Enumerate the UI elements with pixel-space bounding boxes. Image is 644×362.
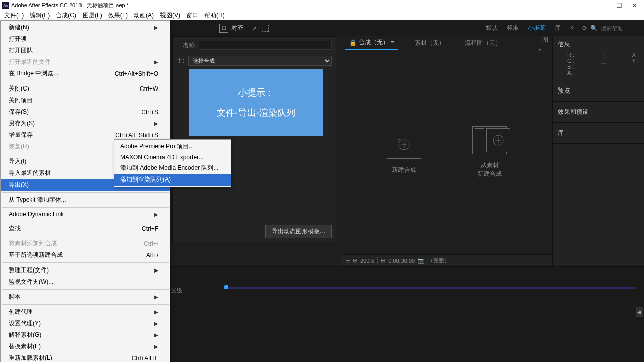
title-bar: Ae Adobe After Effects CC 2018 - 无标题项目.a… — [0, 0, 644, 10]
zoom-value[interactable]: 200% — [360, 258, 374, 264]
file-scripts[interactable]: 脚本▶ — [1, 291, 170, 303]
menu-animation[interactable]: 动画(A) — [131, 10, 157, 21]
export-mogrt-button[interactable]: 导出动态图形模板... — [265, 225, 332, 238]
menu-window[interactable]: 窗口 — [183, 10, 201, 21]
selection-box-icon[interactable] — [262, 25, 269, 32]
snap-toggle-icon[interactable]: ☐ — [219, 24, 228, 33]
crosshair-icon: + — [601, 55, 606, 64]
effects-panel-header[interactable]: 效果和预设 — [553, 102, 644, 123]
tab-layer[interactable]: 图 — [538, 34, 552, 46]
menu-layer[interactable]: 图层(L) — [79, 10, 105, 21]
grid-icon[interactable]: ⊞ — [381, 257, 385, 264]
window-title: Adobe After Effects CC 2018 - 无标题项目.aep … — [11, 2, 597, 9]
timeline-rail[interactable] — [224, 287, 636, 289]
parent-column-label: 父级 — [171, 287, 182, 294]
sync-icon[interactable]: ⟳ — [582, 25, 587, 32]
file-new-comp-from-selection[interactable]: 基于所选项新建合成Alt+\ — [1, 249, 170, 261]
library-panel-header[interactable]: 库 — [553, 123, 644, 144]
tab-composition[interactable]: 🔒 合成（无） ≡ — [345, 36, 398, 50]
zoom-in-icon[interactable]: ⊞ — [353, 257, 357, 264]
close-button[interactable]: ✕ — [627, 2, 642, 9]
menu-edit[interactable]: 编辑(E) — [27, 10, 53, 21]
workspace-default[interactable]: 默认 — [486, 24, 498, 32]
arc-tool-icon[interactable]: ↗ — [252, 25, 257, 32]
tab-composition-label: 合成（无） — [359, 38, 389, 47]
workspace-library[interactable]: 库 — [555, 24, 561, 32]
preview-panel-header[interactable]: 预览 — [553, 80, 644, 102]
tab-menu-icon[interactable]: ≡ — [391, 39, 394, 46]
resolution-label[interactable]: （完整） — [428, 257, 450, 264]
info-y: Y : — [632, 58, 639, 64]
tip-line1: 小提示： — [238, 86, 274, 99]
new-composition-label: 新建合成 — [392, 166, 416, 174]
maximize-button[interactable]: ☐ — [612, 2, 627, 9]
file-browse-bridge[interactable]: 在 Bridge 中浏览...Ctrl+Alt+Shift+O — [1, 68, 170, 79]
tab-footage[interactable]: 素材（无） — [411, 37, 449, 49]
file-find[interactable]: 查找Ctrl+F — [1, 223, 170, 234]
export-premiere[interactable]: Adobe Premiere Pro 项目... — [114, 141, 231, 152]
info-b: B : — [567, 64, 575, 70]
file-dynamic-link[interactable]: Adobe Dynamic Link▶ — [1, 209, 170, 219]
new-from-footage-card[interactable]: 从素材 新建合成 — [472, 126, 507, 178]
file-close-project[interactable]: 关闭项目 — [1, 95, 170, 106]
info-g: G : — [567, 58, 575, 64]
viewer-tabs: 🔒 合成（无） ≡ 素材（无） 流程图（无） 图 » — [341, 36, 552, 50]
timeline-playhead[interactable] — [224, 285, 228, 289]
composition-select[interactable]: 选择合成 — [188, 56, 332, 66]
file-typekit[interactable]: 从 Typekit 添加字体... — [1, 194, 170, 206]
new-from-footage-l2: 新建合成 — [477, 170, 502, 178]
info-panel: 信息 R : G : B : A : + X : Y : — [553, 36, 644, 80]
file-add-to-comp: 将素材添加到合成Ctrl+/ — [1, 238, 170, 249]
search-help: ⟳ 🔍 — [582, 25, 641, 32]
file-collect[interactable]: 整理工程(文件)▶ — [1, 264, 170, 276]
file-new[interactable]: 新建(N)▶ — [1, 22, 170, 33]
export-ame[interactable]: 添加到 Adobe Media Encoder 队列... — [114, 162, 231, 174]
menu-effect[interactable]: 效果(T) — [105, 10, 131, 21]
search-help-input[interactable] — [601, 25, 641, 31]
minimize-button[interactable]: — — [597, 2, 612, 9]
file-replace[interactable]: 替换素材(E)▶ — [1, 341, 170, 352]
main-label: 主: — [177, 57, 184, 65]
timecode-label: 0:00:00:00 — [388, 258, 415, 264]
info-x: X : — [632, 52, 639, 58]
file-watch-folder[interactable]: 监视文件夹(W)... — [1, 276, 170, 288]
menu-bar: 文件(F) 编辑(E) 合成(C) 图层(L) 效果(T) 动画(A) 视图(V… — [0, 10, 644, 20]
name-input[interactable] — [199, 41, 332, 50]
app-icon: Ae — [2, 2, 9, 9]
menu-view[interactable]: 视图(V) — [157, 10, 183, 21]
camera-icon[interactable]: 📷 — [418, 257, 425, 264]
lock-icon: 🔒 — [349, 39, 357, 46]
viewer-footer: ⊟ ⊞ 200% ⊞ 0:00:00:00 📷 （完整） — [341, 254, 552, 266]
file-open-recent: 打开最近的文件▶ — [1, 56, 170, 68]
file-menu-dropdown: 新建(N)▶ 打开项 打开团队 打开最近的文件▶ 在 Bridge 中浏览...… — [0, 20, 170, 362]
menu-help[interactable]: 帮助(H) — [201, 10, 228, 21]
export-c4d[interactable]: MAXON Cinema 4D Exporter... — [114, 152, 231, 162]
file-close[interactable]: 关闭(C)Ctrl+W — [1, 83, 170, 95]
menu-file[interactable]: 文件(F) — [1, 10, 27, 21]
collapse-handle-icon[interactable]: ◀ — [636, 307, 643, 317]
menu-composition[interactable]: 合成(C) — [53, 10, 79, 21]
file-save-as[interactable]: 另存为(S)▶ — [1, 118, 170, 129]
file-interpret[interactable]: 解释素材(G)▶ — [1, 329, 170, 341]
name-label: 名称 — [177, 41, 195, 50]
workspace-more-icon[interactable]: » — [570, 24, 574, 32]
new-from-footage-l1: 从素材 — [480, 161, 499, 170]
workspace-standard[interactable]: 标准 — [507, 24, 519, 32]
file-save[interactable]: 保存(S)Ctrl+S — [1, 106, 170, 118]
file-open-team[interactable]: 打开团队 — [1, 45, 170, 56]
file-reload[interactable]: 重新加载素材(L)Ctrl+Alt+L — [1, 352, 170, 362]
snap-label: 对齐 — [231, 24, 244, 32]
file-open[interactable]: 打开项 — [1, 33, 170, 45]
zoom-out-icon[interactable]: ⊟ — [345, 257, 350, 264]
composition-empty-state: 新建合成 从素材 新建合成 — [341, 50, 552, 254]
export-submenu: Adobe Premiere Pro 项目... MAXON Cinema 4D… — [114, 139, 231, 187]
tip-line2: 文件-导出-渲染队列 — [217, 107, 295, 119]
new-composition-card[interactable]: 新建合成 — [387, 131, 421, 174]
workspace-small[interactable]: 小屏幕 — [528, 24, 546, 32]
file-create-proxy[interactable]: 创建代理▶ — [1, 306, 170, 318]
export-render-queue[interactable]: 添加到渲染队列(A) — [114, 174, 231, 186]
workspace-tabs: 默认 标准 小屏幕 库 » — [486, 24, 574, 32]
info-r: R : — [567, 52, 575, 58]
file-set-proxy[interactable]: 设置代理(Y)▶ — [1, 318, 170, 329]
tab-flowchart[interactable]: 流程图（无） — [461, 37, 505, 49]
